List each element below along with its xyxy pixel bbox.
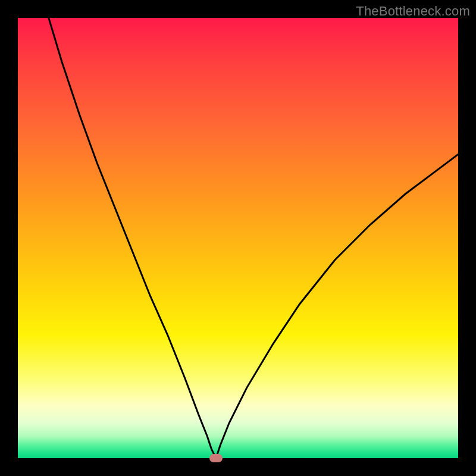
chart-frame: TheBottleneck.com [0, 0, 476, 476]
curve-layer [18, 18, 458, 458]
optimum-marker [209, 454, 223, 462]
bottleneck-curve [49, 18, 458, 458]
watermark-text: TheBottleneck.com [356, 4, 470, 19]
plot-area [18, 18, 458, 458]
